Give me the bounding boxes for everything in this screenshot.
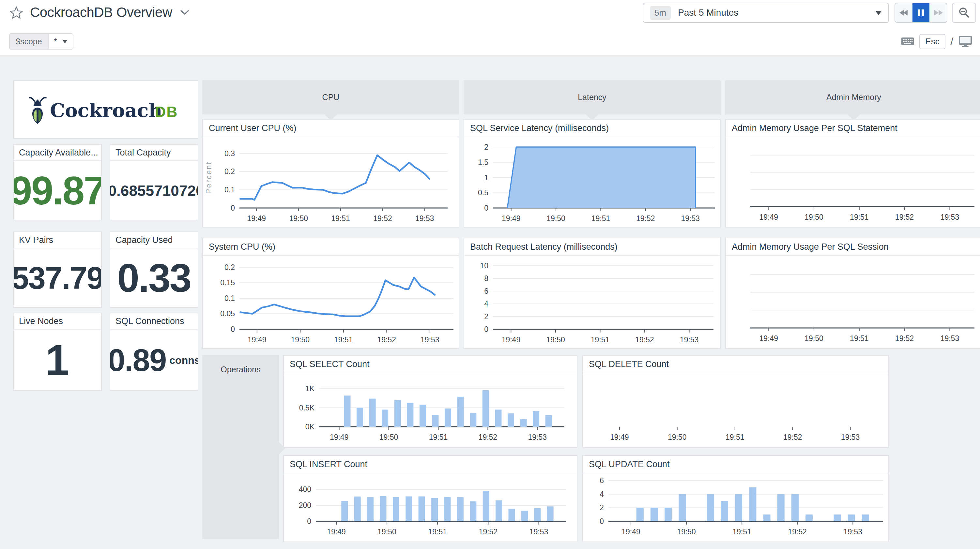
svg-text:19:53: 19:53 [415, 214, 434, 223]
panel-admin-memory-session: Admin Memory Usage Per SQL Session 19:49… [725, 238, 980, 349]
svg-text:19:52: 19:52 [783, 433, 802, 441]
svg-text:0: 0 [484, 325, 488, 333]
svg-text:19:49: 19:49 [502, 214, 521, 223]
svg-text:19:53: 19:53 [940, 213, 959, 221]
fast-forward-button[interactable] [929, 3, 947, 22]
svg-text:19:51: 19:51 [331, 214, 350, 223]
svg-text:19:52: 19:52 [895, 213, 914, 221]
svg-text:19:53: 19:53 [680, 335, 699, 344]
group-header-operations[interactable]: Operations [202, 355, 279, 539]
stat-value: 250.6855710720 [110, 183, 198, 198]
svg-text:19:53: 19:53 [940, 334, 959, 343]
dashboard-canvas: Cockroach DB Capacity Available... 99.87… [0, 56, 980, 549]
svg-text:19:49: 19:49 [622, 527, 640, 536]
admin-memory-statement-chart[interactable]: 19:4919:5019:5119:5219:53 [726, 138, 980, 227]
svg-text:19:50: 19:50 [546, 335, 565, 344]
svg-text:400: 400 [299, 485, 311, 493]
svg-text:0: 0 [484, 204, 488, 212]
slash-separator: / [951, 36, 953, 47]
chart-title: System CPU (%) [203, 238, 459, 256]
svg-text:0K: 0K [305, 422, 315, 431]
sql-insert-count-chart[interactable]: 020040019:4919:5019:5119:5219:53 [284, 474, 577, 541]
svg-text:10: 10 [480, 262, 488, 270]
time-range-selector[interactable]: 5m Past 5 Minutes [643, 3, 889, 23]
tv-mode-icon[interactable] [958, 35, 972, 47]
svg-text:19:49: 19:49 [502, 335, 521, 344]
svg-text:19:53: 19:53 [681, 214, 700, 223]
scope-value-dropdown[interactable]: * [48, 34, 73, 49]
time-range-label: Past 5 Minutes [678, 8, 738, 18]
svg-text:0: 0 [231, 204, 235, 212]
svg-text:19:51: 19:51 [429, 433, 448, 441]
template-variable-scope[interactable]: $scope * [9, 33, 73, 49]
rewind-button[interactable] [895, 3, 912, 22]
cockroachdb-logo-card: Cockroach DB [13, 80, 198, 139]
svg-text:19:52: 19:52 [377, 335, 396, 344]
stat-value: 99.87 [13, 171, 102, 211]
svg-text:19:50: 19:50 [668, 433, 687, 441]
panel-system-cpu: System CPU (%) 00.050.10.150.219:4919:50… [202, 238, 459, 349]
group-label: Admin Memory [826, 93, 881, 102]
svg-text:19:49: 19:49 [248, 335, 267, 344]
stat-capacity-available: Capacity Available... 99.87 [13, 144, 102, 221]
admin-memory-session-chart[interactable]: 19:4919:5019:5119:5219:53 [726, 257, 980, 348]
chart-title: SQL INSERT Count [284, 456, 577, 473]
current-user-cpu-chart[interactable]: 00.10.20.319:4919:5019:5119:5219:53Perce… [203, 138, 459, 227]
chart-title: Batch Request Latency (milliseconds) [464, 238, 720, 256]
chart-title: Current User CPU (%) [203, 120, 459, 137]
sql-delete-count-chart[interactable]: 19:4919:5019:5119:5219:53 [583, 374, 888, 447]
svg-text:19:53: 19:53 [420, 335, 439, 344]
svg-text:0.2: 0.2 [224, 263, 235, 271]
svg-text:2: 2 [484, 143, 488, 151]
svg-text:19:51: 19:51 [850, 213, 869, 221]
stat-title: Live Nodes [14, 313, 101, 330]
svg-text:0.2: 0.2 [224, 167, 235, 176]
svg-text:19:52: 19:52 [635, 335, 654, 344]
svg-text:0: 0 [307, 517, 311, 525]
batch-request-latency-chart[interactable]: 024681019:4919:5019:5119:5219:53 [464, 257, 720, 348]
svg-text:0.05: 0.05 [220, 309, 235, 318]
group-header-latency[interactable]: Latency [464, 80, 721, 114]
svg-text:2: 2 [484, 312, 488, 321]
svg-text:19:53: 19:53 [844, 527, 862, 536]
sql-service-latency-chart[interactable]: 00.511.5219:4919:5019:5119:5219:53 [464, 138, 720, 227]
svg-text:1.5: 1.5 [478, 158, 488, 167]
stat-sql-connections: SQL Connections 0.89conns [110, 313, 198, 391]
svg-text:19:53: 19:53 [528, 433, 547, 441]
stat-live-nodes: Live Nodes 1 [13, 313, 102, 391]
zoom-out-button[interactable] [952, 3, 976, 23]
svg-text:19:52: 19:52 [479, 527, 498, 536]
svg-text:0.1: 0.1 [224, 186, 235, 194]
esc-key-button[interactable]: Esc [920, 34, 945, 49]
svg-text:19:52: 19:52 [895, 334, 914, 343]
svg-text:19:51: 19:51 [732, 527, 751, 536]
svg-text:19:49: 19:49 [759, 213, 778, 221]
panel-sql-insert-count: SQL INSERT Count 020040019:4919:5019:511… [283, 455, 578, 542]
svg-text:19:50: 19:50 [546, 214, 565, 223]
chart-title: SQL SELECT Count [284, 356, 577, 373]
page-title: CockroachDB Overview [30, 5, 172, 20]
panel-sql-service-latency: SQL Service Latency (milliseconds) 00.51… [464, 119, 721, 228]
group-header-cpu[interactable]: CPU [202, 80, 459, 114]
svg-text:19:49: 19:49 [610, 433, 629, 441]
scope-label: $scope [10, 34, 48, 49]
svg-text:19:49: 19:49 [330, 433, 349, 441]
svg-text:0.15: 0.15 [220, 278, 235, 287]
title-chevron-down-icon[interactable] [180, 10, 189, 15]
svg-text:19:52: 19:52 [788, 527, 807, 536]
svg-text:19:51: 19:51 [591, 335, 610, 344]
svg-text:19:53: 19:53 [841, 433, 860, 441]
favorite-star-icon[interactable] [9, 5, 24, 19]
group-header-admin-memory[interactable]: Admin Memory [725, 80, 980, 114]
chart-title: SQL DELETE Count [583, 356, 888, 373]
magnifier-minus-icon [958, 7, 970, 19]
sql-select-count-chart[interactable]: 0K0.5K1K19:4919:5019:5119:5219:53 [284, 374, 577, 447]
svg-text:0: 0 [231, 325, 235, 333]
svg-text:19:50: 19:50 [289, 214, 308, 223]
chart-title: Admin Memory Usage Per SQL Statement [726, 120, 980, 137]
sql-update-count-chart[interactable]: 024619:4919:5019:5119:5219:53 [583, 474, 888, 541]
panel-batch-request-latency: Batch Request Latency (milliseconds) 024… [464, 238, 721, 349]
svg-text:1: 1 [484, 173, 488, 182]
system-cpu-chart[interactable]: 00.050.10.150.219:4919:5019:5119:5219:53 [203, 257, 459, 348]
pause-button[interactable] [912, 3, 930, 22]
